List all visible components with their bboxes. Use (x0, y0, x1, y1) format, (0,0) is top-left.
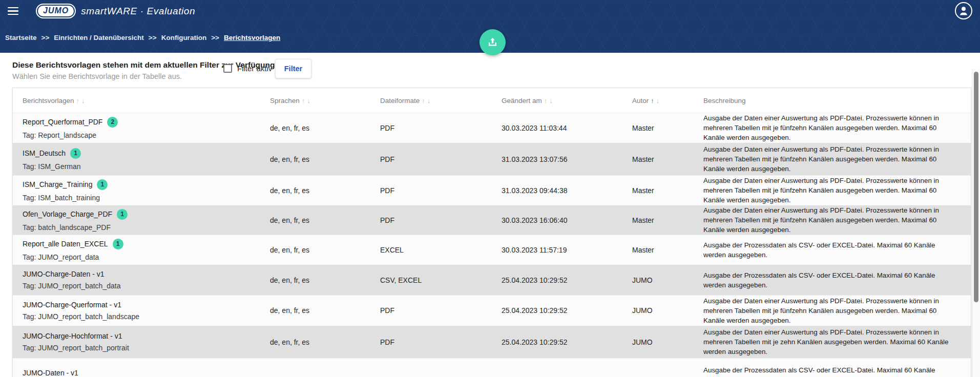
breadcrumb-item[interactable]: Berichtsvorlagen (224, 34, 280, 41)
author-cell: Master (622, 113, 694, 142)
author-cell (622, 359, 694, 377)
table-row[interactable]: ISM_Deutsch 1 Tag: ISM_German de, en, fr… (13, 142, 971, 175)
author-cell: Master (622, 176, 694, 205)
count-badge: 2 (107, 117, 118, 128)
table-row[interactable]: Report_Querformat_PDF 2 Tag: Report_land… (13, 113, 971, 142)
filter-active-checkbox[interactable] (223, 64, 232, 73)
column-header-label[interactable]: Geändert am (502, 97, 542, 104)
description-cell: Ausgabe der Prozessdaten als CSV- oder E… (694, 265, 971, 295)
column-header: Berichtsvorlagen ↑ ↓ (13, 88, 260, 113)
count-badge: 1 (113, 239, 123, 249)
formats-cell: PDF (370, 205, 492, 235)
menu-icon[interactable] (8, 6, 21, 16)
sort-desc-icon[interactable]: ↓ (427, 97, 431, 104)
template-name: ISM_Deutsch (23, 149, 66, 157)
template-tag: Tag: ISM_German (23, 162, 81, 171)
app-title: smartWARE · Evaluation (81, 6, 195, 17)
template-cell: ISM_Charge_Training 1 Tag: ISM_batch_tra… (13, 176, 260, 205)
template-name: JUMO-Charge-Daten - v1 (23, 270, 105, 278)
description-cell: Ausgabe der Daten einer Auswertung als P… (694, 176, 971, 205)
formats-cell: PDF (370, 296, 492, 325)
count-badge: 1 (117, 209, 128, 220)
vertical-scrollbar[interactable] (972, 69, 980, 377)
template-cell: JUMO-Charge-Daten - v1 Tag: JUMO_report_… (13, 265, 260, 295)
languages-cell (260, 359, 370, 377)
top-bar: JUMO smartWARE · Evaluation (0, 0, 980, 22)
template-tag: Tag: JUMO_report_batch_landscape (23, 312, 139, 321)
template-tag: Tag: JUMO_report_data (23, 253, 99, 261)
scrollbar-thumb[interactable] (974, 72, 978, 302)
upload-button[interactable] (479, 29, 506, 55)
formats-cell: PDF (370, 113, 492, 142)
breadcrumb-item[interactable]: Einrichten / Datenübersicht (54, 34, 144, 41)
template-cell: Report_alle Daten_EXCEL 1 Tag: JUMO_repo… (13, 235, 260, 264)
table-row[interactable]: Report_alle Daten_EXCEL 1 Tag: JUMO_repo… (13, 235, 971, 264)
report-templates-table: Berichtsvorlagen ↑ ↓ Sprachen ↑ ↓ Dateif… (12, 88, 971, 377)
formats-cell: EXCEL (370, 235, 492, 264)
sort-desc-icon[interactable]: ↓ (307, 97, 310, 104)
column-header-label[interactable]: Berichtsvorlagen (23, 97, 74, 104)
sort-desc-icon[interactable]: ↓ (656, 97, 660, 104)
breadcrumb-item[interactable]: Startseite (5, 34, 37, 41)
column-header-label[interactable]: Sprachen (270, 97, 300, 104)
changed-cell: 25.04.2023 10:29:52 (492, 296, 622, 325)
changed-cell: 30.03.2023 11:03:44 (492, 113, 622, 142)
table-row[interactable]: Ofen_Vorlage_Charge_PDF 1 Tag: batch_lan… (13, 205, 971, 235)
changed-cell: 31.03.2023 09:44:38 (492, 176, 622, 205)
table-row[interactable]: JUMO-Daten - v1 Ausgabe der Prozessdaten… (13, 358, 971, 377)
sort-asc-icon[interactable]: ↑ (422, 97, 425, 104)
template-cell: JUMO-Charge-Hochformat - v1 Tag: JUMO_re… (13, 326, 260, 358)
sort-desc-icon[interactable]: ↓ (549, 97, 553, 104)
languages-cell: de, en, fr, es (260, 296, 370, 325)
template-cell: Report_Querformat_PDF 2 Tag: Report_land… (13, 113, 260, 142)
formats-cell: PDF (370, 176, 492, 205)
column-header: Beschreibung (694, 88, 971, 113)
description-cell: Ausgabe der Daten einer Auswertung als P… (694, 326, 971, 358)
sort-asc-icon[interactable]: ↑ (651, 97, 654, 104)
author-cell: Master (622, 143, 694, 175)
table-row[interactable]: JUMO-Charge-Querformat - v1 Tag: JUMO_re… (13, 295, 971, 325)
template-name: JUMO-Charge-Querformat - v1 (23, 301, 121, 309)
table-row[interactable]: JUMO-Charge-Daten - v1 Tag: JUMO_report_… (13, 264, 971, 295)
column-header-label[interactable]: Autor (632, 97, 649, 104)
formats-cell: PDF (370, 143, 492, 175)
jumo-logo-text: JUMO (43, 6, 69, 15)
changed-cell: 25.04.2023 10:29:52 (492, 326, 622, 358)
template-name: ISM_Charge_Training (23, 180, 92, 188)
column-header: Sprachen ↑ ↓ (260, 88, 370, 113)
count-badge: 1 (97, 179, 108, 190)
languages-cell: de, en, fr, es (260, 326, 370, 358)
author-cell: Master (622, 235, 694, 264)
user-avatar[interactable] (955, 2, 972, 19)
author-cell: Master (622, 205, 694, 235)
formats-cell: PDF (370, 326, 492, 358)
filter-active-label: Filter aktiv (237, 64, 272, 73)
changed-cell: 30.03.2023 11:57:19 (492, 235, 622, 264)
languages-cell: de, en, fr, es (260, 176, 370, 205)
filter-button[interactable]: Filter (275, 59, 311, 78)
template-name: Ofen_Vorlage_Charge_PDF (23, 210, 112, 218)
languages-cell: de, en, fr, es (260, 113, 370, 142)
sort-asc-icon[interactable]: ↑ (302, 97, 305, 104)
sort-asc-icon[interactable]: ↑ (544, 97, 548, 104)
table-row[interactable]: JUMO-Charge-Hochformat - v1 Tag: JUMO_re… (13, 325, 971, 358)
sort-asc-icon[interactable]: ↑ (76, 97, 80, 104)
changed-cell: 25.04.2023 10:29:52 (492, 265, 622, 295)
author-cell: JUMO (622, 326, 694, 358)
description-cell: Ausgabe der Prozessdaten als CSV- oder E… (694, 359, 971, 377)
breadcrumb-item[interactable]: Konfiguration (161, 34, 206, 41)
template-name: JUMO-Daten - v1 (23, 369, 78, 377)
column-header-label[interactable]: Dateiformate (380, 97, 420, 104)
filter-subtitle: Wählen Sie eine Berichtsvorlage in der T… (12, 72, 182, 80)
formats-cell: CSV, EXCEL (370, 265, 492, 295)
description-cell: Ausgabe der Daten einer Auswertung als P… (694, 143, 971, 175)
table-row[interactable]: ISM_Charge_Training 1 Tag: ISM_batch_tra… (13, 175, 971, 205)
column-header-label: Beschreibung (703, 97, 746, 104)
breadcrumb-separator: >> (149, 34, 157, 41)
description-cell: Ausgabe der Prozessdaten als CSV- oder E… (694, 235, 971, 264)
languages-cell: de, en, fr, es (260, 143, 370, 175)
sort-desc-icon[interactable]: ↓ (81, 97, 85, 104)
template-tag: Tag: Report_landscape (23, 131, 96, 139)
person-icon (957, 5, 970, 17)
filter-bar: Diese Berichtsvorlagen stehen mit dem ak… (0, 53, 980, 88)
